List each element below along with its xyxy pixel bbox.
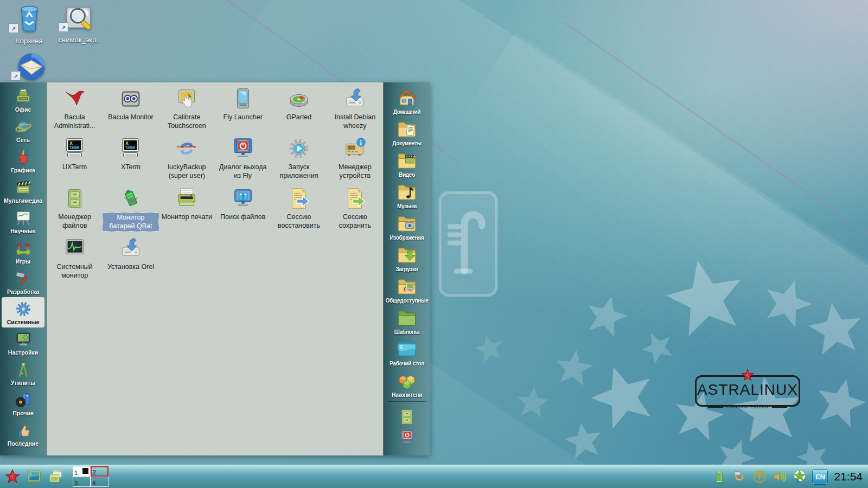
places-divider [388, 401, 426, 402]
window-list-button[interactable] [47, 467, 65, 486]
images-icon [395, 212, 418, 235]
cabinet-icon [397, 407, 417, 427]
app-item[interactable]: Менеджер файлов [47, 184, 103, 234]
app-item[interactable]: Монитор батарей QBat [103, 184, 158, 234]
place-label: Шаблоны [394, 329, 419, 335]
app-label: Менеджер устройств [327, 163, 383, 181]
place-item-desktop[interactable]: Рабочий стол [384, 336, 430, 368]
desktop-pager: 1234 [73, 466, 110, 487]
language-indicator[interactable]: EN [812, 469, 828, 485]
show-desktop-button[interactable] [25, 467, 43, 486]
windows-icon [48, 468, 64, 485]
app-item[interactable]: UXTerm [47, 134, 103, 184]
app-item[interactable]: Системный монитор [47, 234, 103, 284]
shortcut-emblem-icon: ↗ [59, 22, 68, 32]
down-icon [395, 243, 418, 266]
app-item[interactable]: XTerm [103, 134, 158, 184]
place-label: Музыка [397, 203, 417, 209]
update-indicator[interactable] [792, 469, 807, 484]
shortcut-emblem-icon: ↗ [11, 71, 21, 81]
app-item[interactable]: Поиск файлов [215, 184, 271, 234]
app-label: Bacula Monitor [107, 113, 154, 121]
place-label: Рабочий стол [390, 361, 424, 367]
app-label: Монитор печати [161, 213, 214, 221]
place-item-docs[interactable]: Документы [384, 116, 430, 147]
category-item-typewriter[interactable]: Офис [2, 85, 44, 115]
category-item-hammer[interactable]: Разработка [2, 267, 44, 297]
power-icon [398, 428, 416, 446]
settings-screen-icon [14, 330, 33, 349]
battery-indicator[interactable] [712, 469, 727, 484]
desktop-icon-label: Корзина [16, 37, 43, 45]
app-item[interactable]: Fly Launcher [215, 84, 271, 134]
desktop-icon-trash[interactable]: ↗Корзина [5, 2, 53, 45]
category-item-gear[interactable]: Системные [2, 297, 44, 328]
app-item[interactable]: Диалог выхода из Fly [215, 134, 271, 184]
app-item[interactable]: Сессию сохранить [327, 184, 383, 234]
desktop-icon-label: снимок_экр.. [59, 36, 100, 44]
app-item[interactable]: luckyBackup (super user) [159, 134, 215, 184]
qbat-icon [118, 186, 143, 211]
volume-indicator[interactable] [772, 469, 787, 484]
app-label: Bacula Administrati... [47, 113, 103, 131]
pager-desktop-2[interactable]: 2 [91, 466, 108, 477]
place-item-public[interactable]: Общедоступные [384, 273, 430, 305]
pager-desktop-1[interactable]: 1 [73, 466, 91, 477]
place-label: Общедоступные [386, 298, 429, 304]
category-item-globe[interactable]: Сеть [2, 115, 44, 145]
app-item[interactable]: Install Debian wheezy [327, 84, 383, 134]
category-item-thumb[interactable]: Последние [2, 419, 44, 449]
app-label: Запуск приложения [271, 163, 327, 181]
taskbar-clock: 21:54 [834, 470, 863, 483]
desktop-icon-screenshot[interactable]: ↗снимок_экр.. [55, 1, 103, 44]
category-sidebar: ОфисСетьГрафикаМультимедиаНаучныеИгрыРаз… [0, 82, 46, 455]
place-item-video[interactable]: Видео [384, 147, 430, 179]
places-sidebar: ДомашнийДокументыВидеоМузыкаИзображенияЗ… [384, 82, 430, 455]
pager-desktop-number: 3 [74, 480, 78, 486]
place-label: Изображения [390, 235, 424, 241]
category-item-board[interactable]: Научные [2, 206, 44, 236]
app-item[interactable]: Установка Orel [103, 234, 158, 284]
battery-icon [712, 469, 727, 484]
app-item[interactable]: Запуск приложения [271, 134, 327, 184]
usb-indicator[interactable] [752, 469, 767, 484]
logo-title: ASTRALINUX [697, 381, 798, 399]
category-item-compass[interactable]: Утилиты [2, 358, 44, 388]
taskbar: 1234 EN21:54 [0, 465, 868, 488]
category-label: Научные [10, 228, 36, 234]
app-label: Install Debian wheezy [327, 113, 383, 131]
wallpaper-star [803, 297, 867, 360]
app-label: UXTerm [61, 163, 88, 171]
category-item-game[interactable]: Игры [2, 236, 44, 267]
category-item-other[interactable]: Прочие [2, 388, 44, 419]
app-item[interactable]: GParted [271, 84, 327, 134]
shutdown-button[interactable] [384, 428, 430, 446]
category-item-clapper[interactable]: Мультимедиа [2, 176, 44, 206]
usb-icon [752, 469, 767, 484]
place-item-images[interactable]: Изображения [384, 210, 430, 242]
app-item[interactable]: Bacula Administrati... [47, 84, 103, 134]
app-item[interactable]: Монитор печати [159, 184, 215, 234]
place-item-down[interactable]: Загрузки [384, 242, 430, 273]
typewriter-icon [14, 87, 33, 106]
place-item-folder-green[interactable]: Шаблоны [384, 305, 430, 336]
place-label: Загрузки [395, 266, 418, 272]
folder-green-icon [395, 306, 418, 329]
category-item-settings-screen[interactable]: Настройки [2, 328, 44, 358]
app-item[interactable]: Сессию восстановить [271, 184, 327, 234]
app-item[interactable]: Bacula Monitor [103, 84, 158, 134]
category-item-cup[interactable]: Графика [2, 145, 44, 176]
place-label: Накопители [392, 392, 422, 398]
place-item-home[interactable]: Домашний [384, 85, 430, 116]
category-label: Игры [16, 258, 30, 265]
game-icon [14, 239, 33, 258]
app-item[interactable]: Calibrate Touchscreen [159, 84, 215, 134]
pager-desktop-3[interactable]: 3 [73, 477, 91, 487]
place-item-cubes[interactable]: Накопители [384, 368, 430, 399]
start-menu-button[interactable] [3, 467, 22, 486]
pager-desktop-4[interactable]: 4 [91, 477, 108, 487]
app-item[interactable]: Менеджер устройств [327, 134, 383, 184]
place-item-music[interactable]: Музыка [384, 179, 430, 210]
network-indicator[interactable] [732, 469, 747, 484]
file-manager-button[interactable] [384, 407, 430, 427]
